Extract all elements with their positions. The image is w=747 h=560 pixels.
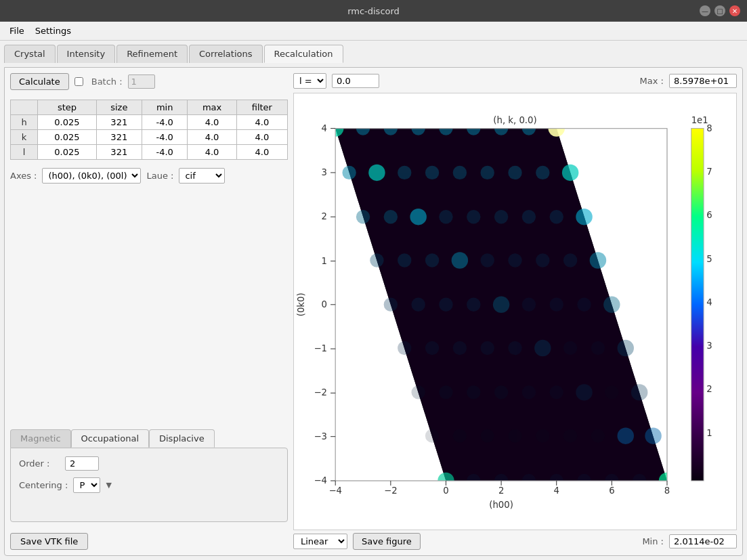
svg-point-47	[398, 341, 411, 355]
l-max[interactable]: 4.0	[188, 145, 236, 160]
x-tick-label-8: 8	[664, 486, 670, 496]
top-controls: Calculate Batch :	[10, 73, 288, 90]
order-label: Order :	[19, 458, 60, 469]
h-size[interactable]: 321	[96, 115, 142, 130]
k-size[interactable]: 321	[96, 130, 142, 145]
svg-point-34	[508, 253, 521, 267]
x-tick-label--4: −4	[328, 486, 342, 496]
y-tick-label--3: −3	[314, 431, 327, 441]
svg-point-70	[563, 429, 577, 442]
title-bar: rmc-discord — □ ✕	[0, 0, 747, 22]
k-step[interactable]: 0.025	[38, 130, 96, 145]
table-row-h: h 0.025 321 -4.0 4.0 4.0	[11, 115, 288, 130]
disp-tab-magnetic[interactable]: Magnetic	[10, 429, 71, 448]
svg-point-46	[603, 297, 620, 313]
h-min[interactable]: -4.0	[142, 115, 188, 130]
svg-point-49	[453, 341, 467, 355]
batch-input[interactable]	[128, 74, 155, 89]
tab-refinement[interactable]: Refinement	[116, 45, 188, 63]
tab-intensity[interactable]: Intensity	[57, 45, 116, 63]
svg-point-30	[398, 253, 411, 267]
linear-select[interactable]: Linear Log	[293, 534, 347, 549]
order-row: Order :	[19, 456, 279, 471]
cb-tick-5: 5	[706, 254, 712, 264]
cb-tick-8: 8	[706, 123, 712, 133]
save-vtk-button[interactable]: Save VTK file	[10, 533, 88, 550]
cb-tick-1: 1	[706, 428, 712, 438]
x-tick-label-0: 0	[443, 486, 448, 496]
col-header-empty	[11, 100, 38, 115]
h-max[interactable]: 4.0	[188, 115, 236, 130]
cb-tick-3: 3	[706, 341, 712, 351]
save-figure-button[interactable]: Save figure	[353, 533, 421, 550]
calculate-button[interactable]: Calculate	[10, 73, 69, 90]
plot-container: (h, k, 0.0)	[293, 93, 737, 530]
laue-select[interactable]: cif -1 2/m mmm	[179, 168, 225, 184]
svg-point-20	[356, 210, 370, 223]
k-min[interactable]: -4.0	[142, 130, 188, 145]
menu-settings[interactable]: Settings	[30, 24, 77, 37]
svg-point-24	[467, 210, 480, 223]
h-filter[interactable]: 4.0	[236, 115, 287, 130]
svg-point-56	[411, 385, 425, 399]
disp-tab-content: Order : Centering : P A B C I F	[10, 448, 288, 522]
minimize-button[interactable]: —	[700, 5, 710, 16]
main-content: Crystal Intensity Refinement Correlation…	[0, 41, 747, 560]
svg-point-51	[508, 341, 521, 355]
svg-point-71	[591, 429, 605, 442]
svg-point-21	[384, 210, 398, 223]
centering-dropdown-icon: ▼	[106, 481, 111, 490]
axes-select[interactable]: (h00), (0k0), (00l)	[42, 168, 141, 184]
cb-tick-4: 4	[706, 297, 712, 307]
panels: Calculate Batch : step size min max	[10, 73, 737, 550]
l-equals-select[interactable]: l =	[293, 73, 326, 89]
plot-svg: (h, k, 0.0)	[294, 93, 736, 530]
svg-point-14	[425, 166, 439, 179]
bottom-left: Save VTK file	[10, 527, 288, 550]
min-label: Min :	[642, 536, 664, 546]
maximize-button[interactable]: □	[714, 5, 725, 16]
svg-point-58	[467, 385, 480, 399]
svg-point-31	[425, 253, 439, 267]
right-top-controls: l = Max :	[293, 73, 737, 89]
k-filter[interactable]: 4.0	[236, 130, 287, 145]
centering-select[interactable]: P A B C I F	[73, 477, 100, 493]
svg-point-62	[576, 384, 592, 400]
centering-label: Centering :	[19, 480, 68, 490]
batch-checkbox[interactable]	[74, 77, 83, 86]
table-row-k: k 0.025 321 -4.0 4.0 4.0	[11, 130, 288, 145]
svg-point-68	[508, 429, 521, 442]
svg-point-42	[493, 297, 509, 313]
l-min[interactable]: -4.0	[142, 145, 188, 160]
l-size[interactable]: 321	[96, 145, 142, 160]
tab-crystal[interactable]: Crystal	[4, 45, 56, 63]
svg-point-50	[480, 341, 494, 355]
disp-tab-displacive[interactable]: Displacive	[149, 429, 215, 448]
l-filter[interactable]: 4.0	[236, 145, 287, 160]
y-tick-label-0: 0	[322, 299, 327, 309]
disp-tabs-container: Magnetic Occupational Displacive Order :…	[10, 429, 288, 522]
close-button[interactable]: ✕	[729, 5, 740, 16]
row-label-k: k	[11, 130, 38, 145]
svg-point-11	[342, 166, 356, 179]
axes-row: Axes : (h00), (0k0), (00l) Laue : cif -1…	[10, 168, 288, 184]
min-value-input[interactable]	[669, 534, 737, 548]
centering-row: Centering : P A B C I F ▼	[19, 477, 279, 493]
tab-bar: Crystal Intensity Refinement Correlation…	[4, 45, 743, 63]
max-value-input[interactable]	[669, 74, 737, 88]
svg-point-18	[536, 166, 549, 179]
colorbar-rect	[691, 129, 704, 481]
k-max[interactable]: 4.0	[188, 130, 236, 145]
menu-file[interactable]: File	[4, 24, 30, 37]
disp-tab-occupational[interactable]: Occupational	[71, 429, 149, 448]
l-value-input[interactable]	[332, 74, 379, 88]
h-step[interactable]: 0.025	[38, 115, 96, 130]
l-step[interactable]: 0.025	[38, 145, 96, 160]
tab-recalculation[interactable]: Recalculation	[264, 45, 343, 63]
svg-point-60	[522, 385, 536, 399]
svg-point-33	[480, 253, 494, 267]
svg-point-35	[536, 253, 549, 267]
order-input[interactable]	[65, 456, 99, 471]
tab-correlations[interactable]: Correlations	[189, 45, 262, 63]
axes-label: Axes :	[10, 171, 37, 181]
